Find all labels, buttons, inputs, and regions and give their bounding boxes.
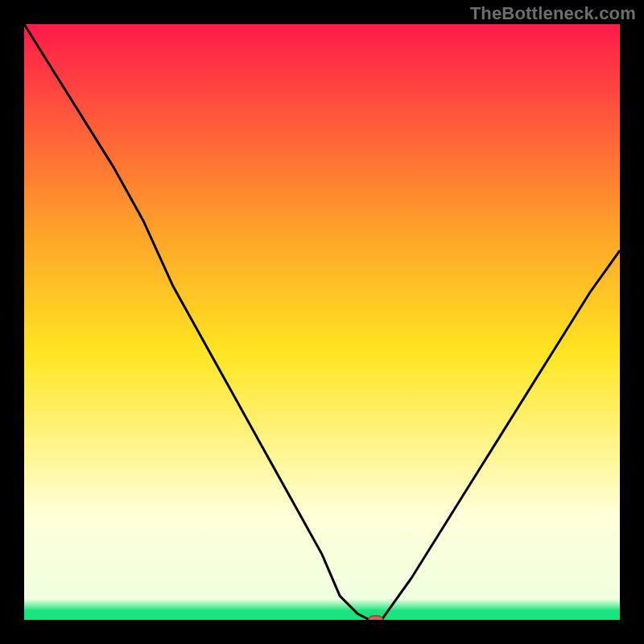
- gradient-background: [24, 24, 620, 620]
- plot-area: [24, 24, 620, 620]
- optimal-marker: [369, 616, 383, 620]
- chart-frame: TheBottleneck.com: [0, 0, 644, 644]
- plot-svg: [24, 24, 620, 620]
- watermark-text: TheBottleneck.com: [470, 3, 636, 24]
